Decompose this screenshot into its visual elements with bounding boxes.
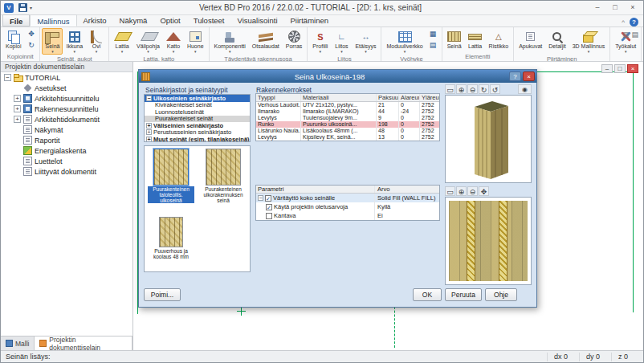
help-icon[interactable]: ? xyxy=(630,18,638,27)
doc-restore-button[interactable]: □ xyxy=(614,64,626,73)
zone-rows-icon[interactable]: ▤ xyxy=(427,40,439,51)
doc-close-button[interactable]: × xyxy=(627,64,638,73)
zoom-out-icon[interactable]: ⊖ xyxy=(467,84,478,94)
preview-3d[interactable] xyxy=(445,95,532,183)
tree-item-arkkitehtidokumentit[interactable]: + Arkkitehtidokumentit xyxy=(1,114,132,124)
minimize-button[interactable]: – xyxy=(589,2,606,14)
expand-icon[interactable]: + xyxy=(146,129,152,135)
help-button[interactable]: Ohje xyxy=(485,288,517,301)
ribbon-button-elementti-seina[interactable]: Seinä xyxy=(444,28,465,52)
ribbon-button-otsalaudat[interactable]: Otsalaudat xyxy=(249,28,283,55)
dialog-close-button[interactable]: × xyxy=(523,71,535,81)
param-row-varitaytto[interactable]: − ✓ Väritäyttö koko seinälle Solid Fill … xyxy=(256,194,439,202)
tab-projektin-dokumenttiselain[interactable]: Projektin dokumenttiselain xyxy=(35,336,132,350)
ribbon-button-moduuliverkko[interactable]: Moduuliverkko ▾ xyxy=(383,28,426,55)
col-arvo[interactable]: Arvo xyxy=(375,186,439,193)
pan-icon[interactable]: ✥ xyxy=(479,186,489,196)
param-row-kantava[interactable]: Kantava Ei xyxy=(256,211,439,220)
tree-item-asetukset[interactable]: Asetukset xyxy=(1,83,132,93)
ribbon-button-lattia[interactable]: Lattia ▾ xyxy=(111,28,133,55)
tree-item-liittyvat-dokumentit[interactable]: Liittyvät dokumentit xyxy=(1,166,132,177)
poimi-button[interactable]: Poimi... xyxy=(144,288,181,301)
ribbon-button-komponentti[interactable]: Komponentti ▾ xyxy=(211,28,249,55)
library-item-kivirakenteiset[interactable]: Kivirakenteiset seinät xyxy=(145,102,250,109)
layer-row-selected[interactable]: Runko Puurunko ulkoseinä... 198 0 2752 xyxy=(256,121,439,128)
wall-type-ulkorakennus[interactable]: Puurakenteinen ulkorakennuksen seinä xyxy=(199,149,247,203)
ribbon-button-huone[interactable]: Huone ▾ xyxy=(184,28,207,55)
library-item-luonnostelu[interactable]: Luonnosteluseinät xyxy=(145,108,250,116)
tab-file[interactable]: File xyxy=(2,14,30,27)
tree-item-energialaskenta[interactable]: Energialaskenta xyxy=(1,145,132,156)
collapse-icon[interactable]: − xyxy=(146,96,152,101)
param-row-oletusarvot[interactable]: ✓ Käytä projektin oletusarvoja Kyllä xyxy=(256,202,439,211)
ribbon-button-liitos[interactable]: ∟ Liitos ▾ xyxy=(331,28,352,55)
ribbon-button-ikkuna[interactable]: Ikkuna ▾ xyxy=(63,28,86,55)
library-item-ulkoseinien[interactable]: − Ulkoseinien seinäkirjasto xyxy=(145,95,250,102)
tab-optiot[interactable]: Optiot xyxy=(153,14,186,27)
move-icon[interactable]: ✥ xyxy=(25,29,37,39)
expand-icon[interactable]: + xyxy=(14,116,21,123)
wall-type-taloteollisuus[interactable]: Puurakenteinen taloteollis. ulkoseinä xyxy=(147,149,195,203)
tab-visualisointi[interactable]: Visualisointi xyxy=(231,14,284,27)
tree-item-nakymat[interactable]: Näkymät xyxy=(1,124,132,135)
rotate-ccw-icon[interactable]: ↺ xyxy=(490,84,500,94)
tree-item-arkkitehtisuunnittelu[interactable]: + Arkkitehtisuunnittelu xyxy=(1,93,132,104)
wall-type-puuverhous[interactable]: Puuverhous ja koolaus 48 mm xyxy=(147,217,195,259)
col-ylareuna[interactable]: Yläreuna xyxy=(420,94,439,101)
preview-section[interactable] xyxy=(445,197,532,285)
tree-item-tutorial[interactable]: − TUTORIAL xyxy=(1,72,132,83)
ribbon-button-ovi[interactable]: Ovi ▾ xyxy=(86,28,107,55)
col-parametri[interactable]: Parametri xyxy=(256,186,375,193)
tree-item-rakennesuunnittelu[interactable]: + Rakennesuunnittelu xyxy=(1,104,132,114)
tab-tulosteet[interactable]: Tulosteet xyxy=(187,14,231,27)
param-value[interactable]: Kyllä xyxy=(375,202,439,211)
zoom-window-icon[interactable]: ▭ xyxy=(445,84,455,94)
doc-minimize-button[interactable]: – xyxy=(601,64,613,73)
expand-icon[interactable]: + xyxy=(146,137,152,142)
zone-grid-icon[interactable]: ▦ xyxy=(427,29,439,39)
ribbon-button-detaljit[interactable]: Detaljit xyxy=(545,28,569,55)
zoom-out-icon[interactable]: ⊖ xyxy=(467,186,478,196)
expand-icon[interactable]: + xyxy=(146,123,152,128)
layer-row[interactable]: Verhous Laudoit... UTV 21x120, pystyv...… xyxy=(256,102,439,108)
dialog-title-bar[interactable]: Seinä Ulkoseinä-198 ? × xyxy=(139,70,536,83)
ribbon-button-valipohja[interactable]: Välipohja ▾ xyxy=(133,28,163,55)
ribbon-button-etaisyys[interactable]: ↔ Etäisyys ▾ xyxy=(352,28,379,55)
checkbox-unchecked[interactable] xyxy=(266,213,272,219)
ribbon-button-elementti-lattia[interactable]: Lattia xyxy=(465,28,486,52)
rotate-cw-icon[interactable]: ↻ xyxy=(479,84,489,94)
tree-item-raportit[interactable]: Raportit xyxy=(1,135,132,145)
maximize-button[interactable]: □ xyxy=(606,2,624,14)
tab-malli[interactable]: Malli xyxy=(1,336,35,350)
expand-icon[interactable]: + xyxy=(14,95,21,102)
layer-row[interactable]: Ilmarako Ilmarako (ILMARAKO) 44 -24 2752 xyxy=(256,108,439,115)
collapse-icon[interactable]: − xyxy=(4,74,11,81)
window-tile-icon[interactable]: ▥ xyxy=(622,31,630,39)
col-tyyppi[interactable]: Tyyppi xyxy=(256,94,301,101)
tab-nakyma[interactable]: Näkymä xyxy=(113,14,154,27)
library-item-valiseinien[interactable]: + Väliseinien seinäkirjasto xyxy=(145,122,250,129)
tab-piirtaminen[interactable]: Piirtäminen xyxy=(284,14,336,27)
layer-row[interactable]: Levytys Tuulensuojalevy 9m... 9 0 2752 xyxy=(256,115,439,121)
checkbox-checked[interactable]: ✓ xyxy=(266,204,272,210)
cancel-button[interactable]: Peruuta xyxy=(445,288,482,301)
render-mode-icon[interactable]: ◉ xyxy=(518,84,532,94)
col-paksuus[interactable]: Paksuus xyxy=(377,94,399,101)
ribbon-button-apukuvat[interactable]: Apukuvat xyxy=(516,28,545,55)
col-alareuna[interactable]: Alareuna xyxy=(399,94,420,101)
ok-button[interactable]: OK xyxy=(413,288,442,301)
ribbon-button-ristikko[interactable]: △ Ristikko xyxy=(486,28,512,52)
layer-row[interactable]: Levytys Kipsilevy EK, seinä... 13 0 2752 xyxy=(256,134,439,141)
col-materiaali[interactable]: Materiaali xyxy=(301,94,377,101)
tab-mallinnus[interactable]: Mallinnus xyxy=(30,14,76,27)
layer-row[interactable]: Lisärunko Naula... Lisäkoolaus 48mm (...… xyxy=(256,128,439,134)
library-item-puurakenteiset[interactable]: Puurakenteiset seinät xyxy=(145,116,250,123)
collapse-icon[interactable]: − xyxy=(258,195,263,201)
ribbon-button-3d-mallinnus[interactable]: 3D Mallinnus ▾ xyxy=(569,28,608,55)
ribbon-button-porras[interactable]: Porras xyxy=(283,28,306,55)
dialog-help-button[interactable]: ? xyxy=(509,71,521,81)
ribbon-button-kopioi[interactable]: Kopioi xyxy=(2,28,24,52)
rotate-icon[interactable]: ↻ xyxy=(25,40,37,51)
ribbon-collapse-icon[interactable]: ^ xyxy=(622,18,625,26)
ribbon-button-seina[interactable]: Seinä ▾ xyxy=(42,28,63,55)
